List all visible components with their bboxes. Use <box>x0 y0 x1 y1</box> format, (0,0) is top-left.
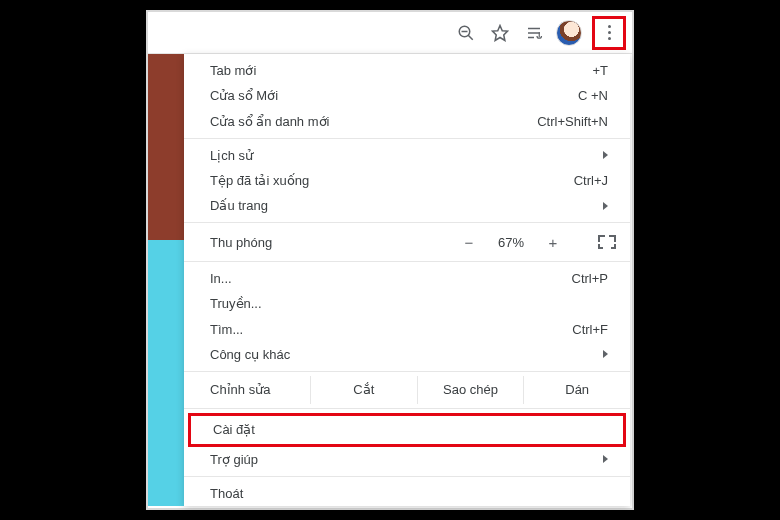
browser-toolbar <box>148 12 632 54</box>
edit-cut-button[interactable]: Cắt <box>310 376 417 404</box>
chevron-right-icon <box>603 350 608 358</box>
menu-label: In... <box>210 271 572 286</box>
menu-label: Cài đặt <box>213 422 601 437</box>
menu-separator <box>184 261 630 262</box>
edit-copy-button[interactable]: Sao chép <box>417 376 524 404</box>
zoom-out-button[interactable]: − <box>462 234 476 251</box>
menu-separator <box>184 138 630 139</box>
menu-item-find[interactable]: Tìm... Ctrl+F <box>184 316 630 341</box>
menu-label: Tệp đã tải xuống <box>210 173 574 188</box>
menu-item-edit: Chỉnh sửa Cắt Sao chép Dán <box>184 376 630 404</box>
menu-separator <box>184 408 630 409</box>
menu-shortcut: Ctrl+F <box>572 322 608 337</box>
kebab-icon <box>608 24 611 42</box>
menu-shortcut: +T <box>592 63 608 78</box>
chrome-main-menu: Tab mới +T Cửa sổ Mới C +N Cửa sổ ẩn dan… <box>184 54 630 506</box>
menu-item-bookmarks[interactable]: Dấu trang <box>184 193 630 218</box>
edit-paste-button[interactable]: Dán <box>523 376 630 404</box>
menu-label: Chỉnh sửa <box>210 382 310 397</box>
menu-label: Tab mới <box>210 63 592 78</box>
svg-line-1 <box>468 35 473 40</box>
chevron-right-icon <box>603 202 608 210</box>
menu-label: Tìm... <box>210 322 572 337</box>
background-strip <box>148 240 184 506</box>
menu-separator <box>184 476 630 477</box>
menu-label: Truyền... <box>210 296 608 311</box>
kebab-menu-button[interactable] <box>592 16 626 50</box>
annotation-highlight-settings: Cài đặt <box>188 413 626 447</box>
menu-item-settings[interactable]: Cài đặt <box>191 416 623 444</box>
menu-item-history[interactable]: Lịch sử <box>184 143 630 168</box>
fullscreen-icon[interactable] <box>598 235 616 249</box>
menu-item-print[interactable]: In... Ctrl+P <box>184 266 630 291</box>
zoom-in-button[interactable]: + <box>546 234 560 251</box>
star-icon[interactable] <box>488 21 512 45</box>
zoom-out-icon[interactable] <box>454 21 478 45</box>
menu-item-new-window[interactable]: Cửa sổ Mới C +N <box>184 83 630 108</box>
zoom-value: 67% <box>494 235 528 250</box>
menu-shortcut: Ctrl+P <box>572 271 608 286</box>
menu-item-help[interactable]: Trợ giúp <box>184 447 630 472</box>
menu-item-more-tools[interactable]: Công cụ khác <box>184 342 630 367</box>
menu-label: Cửa sổ Mới <box>210 88 578 103</box>
background-strip <box>148 54 184 240</box>
menu-label: Thu phóng <box>210 235 462 250</box>
menu-label: Lịch sử <box>210 148 603 163</box>
menu-item-cast[interactable]: Truyền... <box>184 291 630 316</box>
menu-label: Trợ giúp <box>210 452 603 467</box>
svg-marker-3 <box>493 25 508 40</box>
chevron-right-icon <box>603 151 608 159</box>
menu-label: Dấu trang <box>210 198 603 213</box>
menu-label: Thoát <box>210 486 608 501</box>
menu-label: Cửa sổ ẩn danh mới <box>210 114 537 129</box>
menu-item-exit[interactable]: Thoát <box>184 481 630 506</box>
menu-separator <box>184 222 630 223</box>
media-queue-icon[interactable] <box>522 21 546 45</box>
menu-label: Công cụ khác <box>210 347 603 362</box>
menu-item-zoom: Thu phóng − 67% + <box>184 227 630 257</box>
menu-item-downloads[interactable]: Tệp đã tải xuống Ctrl+J <box>184 168 630 193</box>
menu-shortcut: Ctrl+J <box>574 173 608 188</box>
menu-item-new-tab[interactable]: Tab mới +T <box>184 58 630 83</box>
chevron-right-icon <box>603 455 608 463</box>
menu-shortcut: Ctrl+Shift+N <box>537 114 608 129</box>
menu-item-incognito[interactable]: Cửa sổ ẩn danh mới Ctrl+Shift+N <box>184 109 630 134</box>
profile-avatar[interactable] <box>556 20 582 46</box>
window: 1 Tab mới +T Cửa sổ Mới C +N Cửa sổ ẩn d… <box>146 10 634 510</box>
menu-separator <box>184 371 630 372</box>
menu-shortcut: C +N <box>578 88 608 103</box>
